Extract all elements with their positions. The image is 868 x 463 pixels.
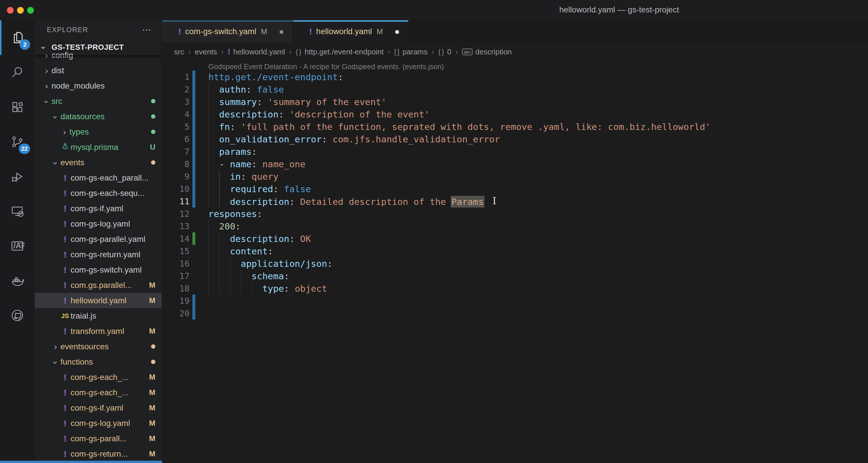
- code-line-2[interactable]: 2 authn: false: [162, 83, 868, 95]
- tree-folder-src[interactable]: ›src: [35, 93, 162, 109]
- line-number[interactable]: 19: [162, 296, 189, 306]
- tree-file-com-gs-if-yaml[interactable]: !com-gs-if.yaml: [35, 201, 162, 216]
- code-line-6[interactable]: 6 on_validation_error: com.jfs.handle_va…: [162, 133, 868, 145]
- tree-folder-dist[interactable]: ›dist: [35, 63, 162, 78]
- minimize-window-button[interactable]: [17, 7, 24, 13]
- close-window-button[interactable]: [7, 7, 13, 13]
- git-gutter-marker: [192, 295, 195, 307]
- git-gutter-marker: [192, 158, 195, 170]
- tree-file-com-gs-log-yaml[interactable]: !com-gs-log.yaml: [35, 216, 162, 232]
- tab-com-gs-switch-yaml[interactable]: !com-gs-switch.yamlM●: [162, 20, 293, 43]
- code-line-10[interactable]: 10 required: false: [162, 183, 868, 195]
- code-line-16[interactable]: 16 application/json:: [162, 257, 868, 270]
- code-editor[interactable]: Godspeed Event Delaration - A recipe for…: [162, 61, 868, 463]
- tree-file-mysql-prisma[interactable]: mysql.prismaU: [35, 140, 162, 155]
- line-number[interactable]: 5: [162, 122, 189, 132]
- tree-file-helloworld-yaml[interactable]: !helloworld.yamlM: [35, 293, 162, 308]
- code-line-12[interactable]: 12responses:: [162, 208, 868, 220]
- line-number[interactable]: 3: [162, 97, 189, 107]
- code-line-4[interactable]: 4 description: 'description of the event…: [162, 108, 868, 120]
- breadcrumb-item-helloworld-yaml[interactable]: !helloworld.yaml: [228, 47, 285, 56]
- code-line-8[interactable]: 8 - name: name_one: [162, 158, 868, 170]
- code-line-17[interactable]: 17 schema:: [162, 270, 868, 282]
- code-text: type: object: [208, 283, 327, 294]
- line-number[interactable]: 7: [162, 147, 189, 157]
- github-activity-button[interactable]: [0, 298, 35, 333]
- breadcrumb-label: src: [174, 48, 184, 56]
- tree-file-com-gs-parallel-yaml[interactable]: !com-gs-parallel.yaml: [35, 232, 162, 247]
- unsaved-changes-dot[interactable]: ●: [279, 27, 284, 36]
- tree-folder-events[interactable]: ›events: [35, 155, 162, 170]
- code-line-19[interactable]: 19: [162, 295, 868, 307]
- tree-folder-functions[interactable]: ›functions: [35, 354, 162, 370]
- line-number[interactable]: 12: [162, 209, 189, 219]
- code-line-1[interactable]: 1http.get./event-endpoint:: [162, 71, 868, 83]
- remote-explorer-activity-button[interactable]: [0, 194, 35, 228]
- tree-file-com-gs-parall-[interactable]: !com-gs-parall...M: [35, 431, 162, 446]
- docker-activity-button[interactable]: [0, 263, 35, 298]
- project-root-folder[interactable]: › GS-TEST-PROJECT: [35, 39, 162, 55]
- breadcrumb-item-description[interactable]: abcdescription: [462, 48, 512, 56]
- api-client-activity-button[interactable]: /API: [0, 228, 35, 263]
- tree-file-transform-yaml[interactable]: !transform.yamlM: [35, 323, 162, 339]
- code-line-5[interactable]: 5 fn: 'full path of the function, seprat…: [162, 120, 868, 133]
- tree-file-com-gs-return-yaml[interactable]: !com-gs-return.yaml: [35, 247, 162, 262]
- line-number[interactable]: 15: [162, 246, 189, 256]
- code-line-20[interactable]: 20: [162, 307, 868, 319]
- line-number[interactable]: 2: [162, 85, 189, 94]
- code-line-13[interactable]: 13 200:: [162, 220, 868, 233]
- explorer-activity-button[interactable]: 2: [0, 20, 35, 55]
- source-control-activity-button[interactable]: 22: [0, 124, 35, 159]
- tree-item-label: functions: [60, 358, 149, 367]
- line-number[interactable]: 17: [162, 271, 189, 281]
- breadcrumb-item-http-get-event-endpoint[interactable]: { }http.get./event-endpoint: [296, 48, 384, 56]
- tree-file-com-gs-return-[interactable]: !com-gs-return...M: [35, 446, 162, 462]
- extensions-activity-button[interactable]: [0, 90, 35, 124]
- breadcrumb-item-0[interactable]: { }0: [438, 48, 452, 56]
- breadcrumb-item-params[interactable]: [ ]params: [394, 48, 428, 56]
- breadcrumb-item-events[interactable]: events: [195, 48, 217, 56]
- search-activity-button[interactable]: [0, 55, 35, 90]
- tree-folder-node-modules[interactable]: ›node_modules: [35, 78, 162, 93]
- breadcrumb-item-src[interactable]: src: [174, 48, 184, 56]
- tree-file-com-gs-each-parall-[interactable]: !com-gs-each_parall...: [35, 170, 162, 185]
- line-number[interactable]: 4: [162, 110, 189, 119]
- git-gutter-marker: [192, 183, 195, 195]
- code-line-11[interactable]: 11 description: Detailed description of …: [162, 195, 868, 208]
- tree-file-com-gs-each-sequ-[interactable]: !com-gs-each-sequ...: [35, 185, 162, 201]
- more-actions-icon[interactable]: ⋯: [142, 27, 152, 33]
- zoom-window-button[interactable]: [27, 7, 34, 13]
- line-number[interactable]: 8: [162, 159, 189, 169]
- tree-file-com-gs-if-yaml[interactable]: !com-gs-if.yamlM: [35, 400, 162, 415]
- tree-folder-datasources[interactable]: ›datasources: [35, 109, 162, 124]
- tree-folder-eventsources[interactable]: ›eventsources: [35, 339, 162, 354]
- tab-helloworld-yaml[interactable]: !helloworld.yamlM●: [293, 20, 409, 43]
- chevron-down-icon: ›: [51, 358, 60, 368]
- code-line-3[interactable]: 3 summary: 'summary of the event': [162, 95, 868, 108]
- unsaved-changes-dot[interactable]: ●: [394, 27, 400, 36]
- tree-file-com-gs-each-[interactable]: !com-gs-each_...M: [35, 370, 162, 385]
- tree-file-com-gs-parallel-[interactable]: !com.gs.parallel...M: [35, 278, 162, 293]
- line-number[interactable]: 20: [162, 308, 189, 318]
- code-line-15[interactable]: 15 content:: [162, 245, 868, 257]
- tree-file-com-gs-log-yaml[interactable]: !com-gs-log.yamlM: [35, 415, 162, 431]
- run-debug-activity-button[interactable]: [0, 159, 35, 194]
- tree-file-com-gs-each-[interactable]: !com-gs-each_...M: [35, 385, 162, 400]
- line-number[interactable]: 14: [162, 234, 189, 244]
- line-number[interactable]: 13: [162, 221, 189, 231]
- line-number[interactable]: 6: [162, 134, 189, 144]
- tree-folder-types[interactable]: ›types: [35, 124, 162, 140]
- tree-file-traial-js[interactable]: JStraial.js: [35, 308, 162, 323]
- line-number[interactable]: 10: [162, 184, 189, 194]
- line-number[interactable]: 1: [162, 72, 189, 82]
- code-line-7[interactable]: 7 params:: [162, 145, 868, 158]
- line-number[interactable]: 11: [162, 196, 189, 206]
- code-line-18[interactable]: 18 type: object: [162, 282, 868, 295]
- line-number[interactable]: 9: [162, 172, 189, 181]
- line-number[interactable]: 16: [162, 259, 189, 269]
- tab-label: helloworld.yaml: [316, 27, 372, 36]
- code-line-9[interactable]: 9 in: query: [162, 170, 868, 183]
- tree-file-com-gs-switch-yaml[interactable]: !com-gs-switch.yaml: [35, 262, 162, 278]
- code-line-14[interactable]: 14 description: OK: [162, 233, 868, 245]
- line-number[interactable]: 18: [162, 284, 189, 294]
